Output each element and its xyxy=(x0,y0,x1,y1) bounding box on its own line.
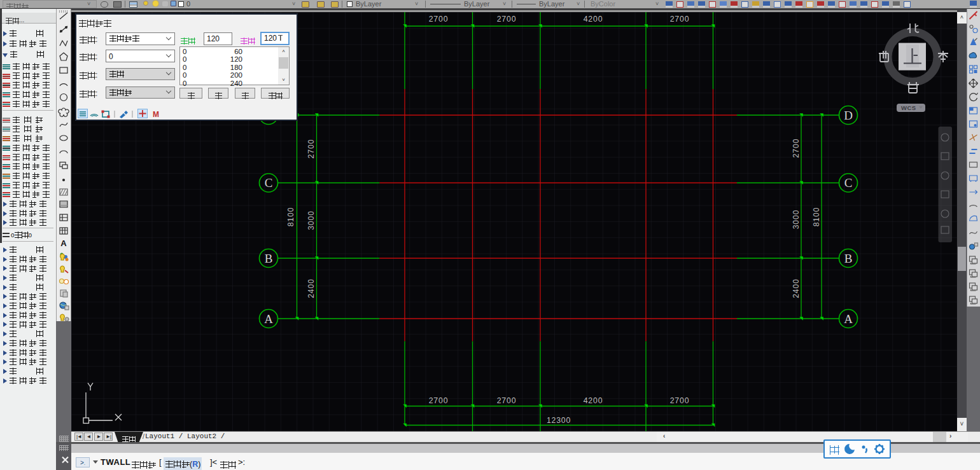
svg-text:8100: 8100 xyxy=(812,207,821,227)
svg-text:B: B xyxy=(265,252,273,265)
svg-text:2400: 2400 xyxy=(307,279,316,298)
svg-text:2700: 2700 xyxy=(307,139,316,159)
svg-text:2400: 2400 xyxy=(792,279,801,298)
svg-text:4200: 4200 xyxy=(584,15,603,24)
svg-text:2700: 2700 xyxy=(429,15,449,24)
svg-text:WCS: WCS xyxy=(901,104,916,111)
svg-text:A: A xyxy=(264,312,273,326)
svg-text:3000: 3000 xyxy=(307,211,316,230)
svg-text:2700: 2700 xyxy=(792,139,801,158)
svg-text:M: M xyxy=(153,110,159,119)
svg-text:8100: 8100 xyxy=(286,207,295,227)
svg-text:A: A xyxy=(844,312,853,326)
svg-text:C: C xyxy=(265,176,273,190)
svg-text:2700: 2700 xyxy=(497,15,517,24)
svg-text:4200: 4200 xyxy=(584,396,603,405)
svg-text:A: A xyxy=(60,238,67,248)
svg-text:2700: 2700 xyxy=(670,15,690,24)
svg-text:2700: 2700 xyxy=(670,396,690,405)
svg-text:D: D xyxy=(844,109,853,122)
svg-text:B: B xyxy=(844,252,853,265)
svg-text:3000: 3000 xyxy=(792,210,801,230)
svg-text:2700: 2700 xyxy=(429,396,449,405)
svg-text:12300: 12300 xyxy=(547,416,571,425)
svg-text:2700: 2700 xyxy=(497,396,517,405)
svg-text:C: C xyxy=(844,176,853,190)
